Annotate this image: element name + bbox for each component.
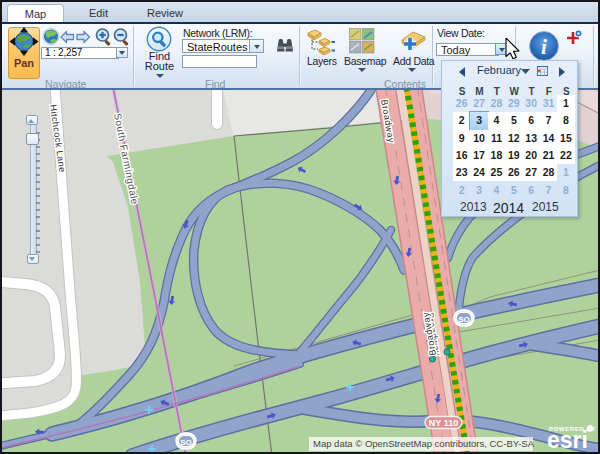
svg-text:SO: SO [458, 315, 470, 324]
svg-text:NY 110: NY 110 [429, 418, 458, 428]
svg-text:esri: esri [547, 427, 588, 452]
svg-text:i: i [541, 35, 547, 59]
svg-text:SO: SO [180, 438, 192, 447]
svg-text:Map data © OpenStreetMap contr: Map data © OpenStreetMap contributors, C… [313, 438, 535, 449]
